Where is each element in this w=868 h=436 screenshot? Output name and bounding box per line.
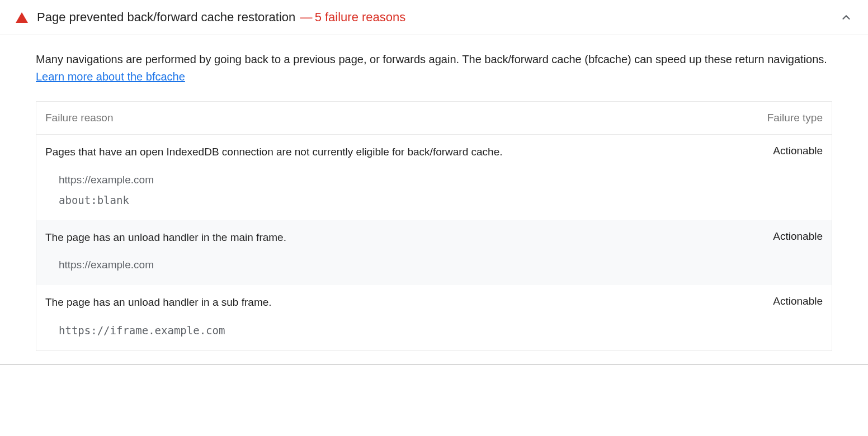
chevron-up-icon[interactable] [840, 11, 852, 23]
bfcache-panel: Page prevented back/forward cache restor… [0, 0, 868, 365]
failure-table: Failure reason Failure type Pages that h… [36, 101, 832, 351]
failure-reason: The page has an unload handler in the ma… [45, 230, 744, 245]
learn-more-link[interactable]: Learn more about the bfcache [36, 70, 185, 83]
failure-url: https://example.com [59, 170, 823, 190]
failure-type: Actionable [744, 230, 823, 243]
table-row: Pages that have an open IndexedDB connec… [36, 135, 832, 220]
failure-count: 5 failure reasons [315, 10, 406, 24]
panel-title: Page prevented back/forward cache restor… [37, 10, 295, 24]
column-header-type: Failure type [744, 112, 823, 124]
failure-type: Actionable [744, 145, 823, 157]
table-row: The page has an unload handler in the ma… [36, 220, 832, 286]
failure-table-wrapper: Failure reason Failure type Pages that h… [0, 101, 868, 364]
warning-triangle-icon [16, 12, 28, 23]
failure-reason: Pages that have an open IndexedDB connec… [45, 145, 744, 160]
header-text-group: Page prevented back/forward cache restor… [37, 10, 405, 25]
table-header-row: Failure reason Failure type [36, 102, 832, 135]
failure-type: Actionable [744, 295, 823, 307]
failure-urls: https://iframe.example.com [45, 320, 823, 340]
panel-header[interactable]: Page prevented back/forward cache restor… [0, 0, 868, 35]
failure-url: https://iframe.example.com [59, 320, 823, 340]
failure-reason: The page has an unload handler in a sub … [45, 295, 744, 310]
panel-description: Many navigations are performed by going … [0, 35, 868, 101]
column-header-reason: Failure reason [45, 112, 744, 124]
failure-url: about:blank [59, 190, 823, 210]
failure-url: https://example.com [59, 255, 823, 275]
table-row: The page has an unload handler in a sub … [36, 285, 832, 350]
failure-urls: https://example.com [45, 255, 823, 275]
description-text: Many navigations are performed by going … [36, 53, 827, 65]
header-dash: — [300, 10, 312, 24]
failure-urls: https://example.comabout:blank [45, 170, 823, 210]
